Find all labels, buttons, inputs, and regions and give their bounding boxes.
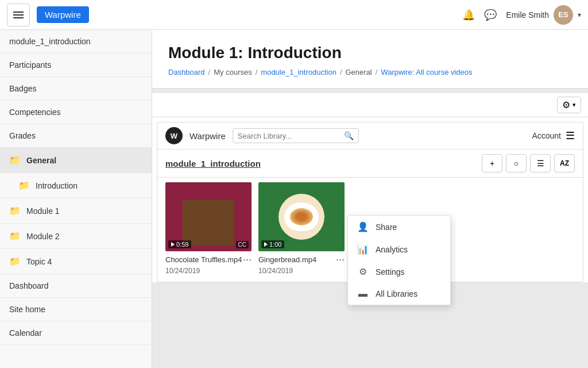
breadcrumb-general: General (346, 68, 372, 76)
ww-header: W Warpwire 🔍 Account ☰ (157, 122, 583, 150)
library-icon: ▬ (357, 289, 369, 299)
account-label: Account (532, 131, 561, 140)
folder-icon: 📁 (18, 180, 30, 191)
sidebar-item-grades[interactable]: Grades (0, 124, 152, 148)
warpwire-title: Warpwire (189, 131, 226, 141)
gear-dropdown-button[interactable]: ⚙ ▾ (557, 97, 581, 113)
sidebar-item-label: Grades (9, 131, 36, 140)
dropdown-label-analytics: Analytics (376, 245, 408, 254)
media-card-ginger[interactable]: 1:00 Gingerbread.mp4 ··· 10/24/2019 (258, 182, 345, 277)
sidebar-item-dashboard[interactable]: Dashboard (0, 274, 152, 298)
sidebar-item-label: General (26, 156, 56, 165)
media-info-choc: Chocolate Truffles.mp4 ··· 10/24/2019 (165, 251, 252, 277)
user-name-label: Emile Smith (506, 10, 549, 20)
dropdown-item-alllibraries[interactable]: ▬ All Libraries (348, 283, 450, 305)
sidebar-item-label: Introduction (36, 181, 78, 190)
add-button[interactable]: + (482, 154, 502, 172)
sidebar-item-introduction[interactable]: 📁 Introduction (0, 173, 152, 198)
dropdown-item-analytics[interactable]: 📊 Analytics (348, 238, 450, 260)
sidebar-item-module1intro[interactable]: module_1_introduction (0, 30, 152, 53)
sidebar-item-label: Badges (9, 84, 36, 93)
sidebar-item-label: Participants (9, 60, 51, 70)
circle-button[interactable]: ○ (506, 154, 527, 172)
duration-badge-ginger: 1:00 (261, 240, 284, 248)
folder-icon: 📁 (9, 256, 21, 267)
media-date-ginger: 10/24/2019 (258, 267, 345, 275)
chat-icon[interactable]: 💬 (484, 9, 497, 21)
dropdown-item-share[interactable]: 👤 Share (348, 216, 450, 238)
breadcrumb-dashboard[interactable]: Dashboard (168, 68, 205, 76)
sidebar-item-label: Module 2 (26, 232, 60, 241)
dropdown-label-share: Share (376, 223, 397, 232)
media-date-choc: 10/24/2019 (165, 267, 252, 275)
sidebar-item-label: Topic 4 (26, 257, 52, 266)
user-menu[interactable]: Emile Smith ES ▾ (506, 5, 581, 25)
sidebar-item-label: module_1_introduction (9, 37, 91, 46)
sidebar-item-label: Dashboard (9, 281, 49, 290)
search-input[interactable] (238, 132, 341, 140)
library-title: module_1_introduction (165, 159, 477, 168)
az-sort-button[interactable]: AZ (554, 154, 575, 172)
search-icon: 🔍 (344, 131, 354, 140)
media-info-ginger: Gingerbread.mp4 ··· 10/24/2019 (258, 251, 345, 277)
sidebar-item-participants[interactable]: Participants (0, 53, 152, 77)
sidebar-item-general[interactable]: 📁 General (0, 148, 152, 173)
dropdown-label-settings: Settings (376, 267, 405, 277)
hamburger-menu-icon[interactable]: ☰ (566, 129, 575, 142)
warpwire-embed: ⚙ ▾ W Warpwire 🔍 Account ☰ (152, 93, 588, 282)
action-buttons: + ○ ☰ AZ (482, 154, 575, 172)
embed-toolbar: ⚙ ▾ (152, 93, 588, 117)
chevron-down-icon: ▾ (578, 11, 581, 19)
media-thumbnail-choc: 0:59 CC (165, 182, 252, 251)
sidebar-item-label: Site home (9, 305, 45, 314)
media-name-ginger: Gingerbread.mp4 (258, 255, 316, 264)
duration-badge-choc: 0:59 (168, 240, 191, 248)
warpwire-logo-button[interactable]: Warpwire (37, 6, 89, 23)
sidebar-item-topic4[interactable]: 📁 Topic 4 (0, 249, 152, 274)
media-name-choc: Chocolate Truffles.mp4 (165, 255, 242, 264)
page-title: Module 1: Introduction (168, 44, 572, 62)
sidebar-item-calendar[interactable]: Calendar (0, 321, 152, 345)
sidebar-item-label: Calendar (9, 328, 42, 338)
sidebar-item-module2[interactable]: 📁 Module 2 (0, 224, 152, 249)
warpwire-logo: W (165, 127, 183, 144)
library-header: module_1_introduction + ○ ☰ AZ (157, 150, 583, 178)
ww-account-area: Account ☰ (532, 129, 575, 142)
sidebar-item-label: Module 1 (26, 206, 60, 216)
gear-dropdown-arrow: ▾ (572, 101, 576, 109)
media-card-choc[interactable]: 0:59 CC Chocolate Truffles.mp4 ··· 10/24… (165, 182, 252, 277)
top-navigation: Warpwire 🔔 💬 Emile Smith ES ▾ (0, 0, 588, 30)
dropdown-menu: 👤 Share 📊 Analytics ⚙ Settings ▬ All Lib… (347, 215, 451, 305)
more-button-ginger[interactable]: ··· (336, 254, 345, 266)
cc-badge: CC (236, 241, 249, 248)
sidebar-item-module1[interactable]: 📁 Module 1 (0, 198, 152, 224)
main-layout: module_1_introduction Participants Badge… (0, 30, 588, 368)
breadcrumb: Dashboard / My courses / module_1_introd… (168, 68, 572, 76)
main-content: Module 1: Introduction Dashboard / My co… (152, 30, 588, 368)
sidebar: module_1_introduction Participants Badge… (0, 30, 152, 368)
dropdown-label-alllibraries: All Libraries (376, 289, 417, 298)
dropdown-item-settings[interactable]: ⚙ Settings (348, 260, 450, 283)
topnav-right: 🔔 💬 Emile Smith ES ▾ (462, 5, 581, 25)
bell-icon[interactable]: 🔔 (462, 9, 475, 21)
page-header: Module 1: Introduction Dashboard / My co… (152, 30, 588, 89)
sidebar-item-badges[interactable]: Badges (0, 77, 152, 101)
folder-icon: 📁 (9, 155, 21, 166)
breadcrumb-mycourses: My courses (214, 68, 252, 76)
hamburger-button[interactable] (7, 3, 30, 26)
ww-search-box[interactable]: 🔍 (233, 128, 359, 143)
list-button[interactable]: ☰ (530, 154, 551, 172)
gear-icon: ⚙ (562, 99, 570, 110)
sidebar-item-label: Competencies (9, 108, 61, 117)
sidebar-item-competencies[interactable]: Competencies (0, 101, 152, 124)
chart-icon: 📊 (357, 244, 369, 255)
sidebar-item-sitehome[interactable]: Site home (0, 298, 152, 321)
person-icon: 👤 (357, 221, 369, 232)
folder-icon: 📁 (9, 231, 21, 241)
breadcrumb-allvideos[interactable]: Warpwire: All course videos (381, 68, 472, 76)
media-thumbnail-ginger: 1:00 (258, 182, 345, 251)
breadcrumb-module1intro[interactable]: module_1_introduction (261, 68, 336, 76)
settings-gear-icon: ⚙ (357, 266, 369, 277)
avatar: ES (554, 5, 573, 25)
more-button-choc[interactable]: ··· (243, 254, 252, 266)
